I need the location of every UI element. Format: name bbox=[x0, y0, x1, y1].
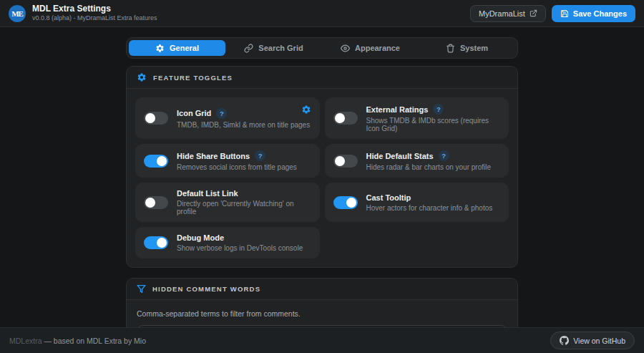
tab-general[interactable]: General bbox=[129, 40, 225, 56]
toggle-label: Debug Mode bbox=[177, 233, 224, 242]
eye-icon bbox=[341, 44, 350, 53]
tab-system[interactable]: System bbox=[419, 40, 515, 56]
hidden-words-title: HIDDEN COMMENT WORDS bbox=[152, 285, 260, 293]
footer-brand: MDLextra bbox=[9, 337, 42, 345]
footer-credit-text: — based on MDL Extra by Mio bbox=[44, 337, 146, 345]
help-icon[interactable]: ? bbox=[433, 104, 444, 115]
mydramalist-label: MyDramaList bbox=[479, 9, 525, 18]
title-block: MDL Extra Settings v0.0.8 (alpha) - MyDr… bbox=[32, 4, 157, 22]
tab-label: Search Grid bbox=[258, 44, 303, 52]
toggle-text: External Ratings?Shows TMDB & IMDb score… bbox=[366, 104, 501, 132]
toggle-card: Debug ModeShow verbose logs in DevTools … bbox=[135, 227, 320, 258]
toggle-description: Removes social icons from title pages bbox=[177, 163, 297, 171]
top-bar: ME MDL Extra Settings v0.0.8 (alpha) - M… bbox=[0, 0, 644, 27]
toggle-description: Hides radar & bar charts on your profile bbox=[366, 163, 492, 171]
toggle-label: Cast Tooltip bbox=[366, 193, 411, 202]
toggle-knob bbox=[346, 198, 356, 208]
save-label: Save Changes bbox=[573, 9, 627, 18]
feature-toggles-header: FEATURE TOGGLES bbox=[127, 67, 517, 89]
toggle-knob bbox=[145, 113, 155, 123]
page-title: MDL Extra Settings bbox=[32, 4, 157, 14]
help-icon[interactable]: ? bbox=[255, 150, 265, 161]
feature-toggles-panel: FEATURE TOGGLES Icon Grid?TMDB, IMDB, Si… bbox=[126, 66, 518, 268]
toggle-switch[interactable] bbox=[333, 112, 358, 125]
toggle-switch[interactable] bbox=[144, 196, 168, 209]
toggle-text: Icon Grid?TMDB, IMDB, Simkl & more on ti… bbox=[177, 108, 310, 129]
toggle-switch[interactable] bbox=[144, 155, 168, 168]
app-logo: ME bbox=[9, 5, 26, 22]
toggle-text: Hide Share Buttons?Removes social icons … bbox=[177, 150, 297, 171]
toggle-card: Icon Grid?TMDB, IMDB, Simkl & more on ti… bbox=[135, 97, 320, 139]
gear-icon bbox=[137, 72, 147, 82]
main-content: General Search Grid Appearance System bbox=[126, 27, 518, 353]
toggle-card: Hide Share Buttons?Removes social icons … bbox=[135, 144, 320, 178]
hidden-words-header: HIDDEN COMMENT WORDS bbox=[127, 279, 517, 300]
toggle-switch[interactable] bbox=[144, 112, 168, 125]
tab-label: Appearance bbox=[355, 44, 400, 52]
toggle-text: Hide Default Stats?Hides radar & bar cha… bbox=[366, 150, 492, 171]
footer-credit: MDLextra — based on MDL Extra by Mio bbox=[9, 337, 146, 345]
footer: MDLextra — based on MDL Extra by Mio Vie… bbox=[0, 327, 644, 353]
help-icon[interactable]: ? bbox=[439, 150, 449, 161]
toggle-knob bbox=[157, 156, 167, 166]
link-icon bbox=[244, 44, 253, 53]
tab-label: General bbox=[170, 44, 199, 52]
toggle-switch[interactable] bbox=[333, 196, 358, 209]
external-link-icon bbox=[530, 9, 537, 17]
help-icon[interactable]: ? bbox=[216, 108, 227, 119]
toggle-knob bbox=[157, 238, 167, 248]
toggle-card: Hide Default Stats?Hides radar & bar cha… bbox=[325, 144, 509, 178]
toggle-label: Hide Default Stats bbox=[366, 152, 434, 160]
mydramalist-link-button[interactable]: MyDramaList bbox=[470, 5, 546, 22]
view-on-github-button[interactable]: View on GitHub bbox=[550, 332, 635, 349]
github-icon bbox=[560, 336, 569, 345]
toggle-label: Hide Share Buttons bbox=[177, 152, 250, 160]
tab-label: System bbox=[460, 44, 488, 52]
toggle-switch[interactable] bbox=[333, 155, 358, 168]
toggle-description: Show verbose logs in DevTools console bbox=[177, 244, 303, 252]
toggle-knob bbox=[335, 113, 345, 123]
tab-search-grid[interactable]: Search Grid bbox=[225, 40, 322, 56]
page-subtitle: v0.0.8 (alpha) - MyDramaList Extra featu… bbox=[32, 14, 157, 22]
toggle-description: Shows TMDB & IMDb scores (requires Icon … bbox=[366, 117, 501, 132]
toggle-description: Directly open 'Currently Watching' on pr… bbox=[177, 200, 311, 216]
toggle-text: Debug ModeShow verbose logs in DevTools … bbox=[177, 233, 303, 252]
toggle-label: Default List Link bbox=[177, 189, 238, 198]
toggle-description: TMDB, IMDB, Simkl & more on title pages bbox=[177, 121, 310, 129]
feature-settings-gear-icon[interactable] bbox=[301, 105, 311, 115]
toggle-switch[interactable] bbox=[144, 236, 168, 249]
toggle-card: Default List LinkDirectly open 'Currentl… bbox=[135, 183, 320, 222]
hidden-words-description: Comma-separated terms to filter from com… bbox=[137, 309, 507, 318]
tab-appearance[interactable]: Appearance bbox=[322, 40, 419, 56]
trash-icon bbox=[446, 44, 455, 53]
toggle-description: Hover actors for character info & photos bbox=[366, 204, 493, 212]
toggle-knob bbox=[335, 156, 345, 166]
feature-toggles-title: FEATURE TOGGLES bbox=[153, 74, 233, 82]
tab-bar: General Search Grid Appearance System bbox=[126, 37, 518, 59]
toggle-label: Icon Grid bbox=[177, 109, 211, 117]
save-changes-button[interactable]: Save Changes bbox=[552, 5, 635, 22]
toggle-text: Default List LinkDirectly open 'Currentl… bbox=[177, 189, 311, 216]
filter-icon bbox=[137, 284, 146, 294]
toggle-text: Cast TooltipHover actors for character i… bbox=[366, 193, 493, 212]
toggle-label: External Ratings bbox=[366, 105, 429, 114]
toggle-card: External Ratings?Shows TMDB & IMDb score… bbox=[325, 97, 509, 139]
toggle-knob bbox=[145, 198, 155, 208]
toggle-card: Cast TooltipHover actors for character i… bbox=[325, 183, 509, 222]
topbar-actions: MyDramaList Save Changes bbox=[470, 5, 635, 22]
save-icon bbox=[560, 9, 569, 18]
feature-toggles-grid: Icon Grid?TMDB, IMDB, Simkl & more on ti… bbox=[127, 89, 517, 267]
gear-icon bbox=[155, 44, 165, 53]
github-label: View on GitHub bbox=[573, 337, 625, 345]
